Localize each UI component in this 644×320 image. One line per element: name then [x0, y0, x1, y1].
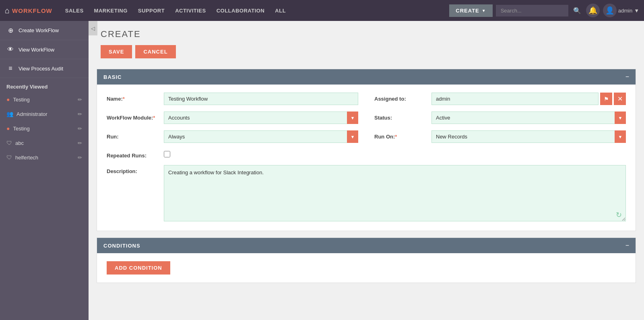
- run-on-label: Run On:*: [374, 130, 427, 140]
- recent-item-edit-testing2[interactable]: ✏: [78, 126, 82, 132]
- recent-item-testing2[interactable]: ● Testing ✏: [0, 121, 89, 136]
- menu-item-sales[interactable]: SALES: [60, 5, 89, 16]
- sidebar-label-view-process-audit: View Process Audit: [19, 66, 63, 72]
- basic-section-body: Name:* Assigned to: ⚑ ✕: [97, 85, 636, 231]
- menu-item-activities[interactable]: ACTIVITIES: [170, 5, 211, 16]
- save-button[interactable]: SAVE: [101, 45, 132, 58]
- status-select[interactable]: Active Inactive: [431, 111, 626, 124]
- name-row: Name:*: [107, 93, 358, 105]
- recent-item-icon-testing1: ●: [6, 96, 10, 103]
- assigned-to-input[interactable]: [431, 93, 599, 105]
- basic-section-collapse-button[interactable]: −: [625, 73, 629, 81]
- recent-item-icon-testing2: ●: [6, 125, 10, 132]
- search-button[interactable]: 🔍: [572, 5, 583, 16]
- name-input[interactable]: [164, 93, 358, 105]
- home-icon[interactable]: ⌂: [5, 6, 10, 15]
- recent-item-label-abc: abc: [15, 140, 24, 146]
- basic-section-header: BASIC −: [97, 69, 636, 85]
- menu-item-all[interactable]: ALL: [270, 5, 291, 16]
- empty-cell: [374, 149, 626, 159]
- run-on-row: Run On:* New Records All Records Existin…: [374, 130, 626, 143]
- sidebar-label-view-workflow: View WorkFlow: [19, 47, 54, 53]
- run-select[interactable]: Always Only On Save Always On Save: [164, 130, 358, 143]
- recent-item-helfertech[interactable]: 🛡 helfertech ✏: [0, 150, 89, 165]
- brand-name: WORKFLOW: [12, 7, 52, 14]
- name-label: Name:*: [107, 93, 159, 102]
- recent-item-icon-abc: 🛡: [6, 140, 12, 146]
- basic-section: BASIC − Name:* Assigned to:: [97, 69, 636, 231]
- add-condition-button[interactable]: ADD CONDITION: [107, 261, 170, 275]
- repeated-runs-label: Repeated Runs:: [107, 149, 159, 159]
- main-menu: SALES MARKETING SUPPORT ACTIVITIES COLLA…: [60, 5, 450, 16]
- repeated-runs-checkbox[interactable]: [164, 151, 170, 157]
- recent-item-testing1[interactable]: ● Testing ✏: [0, 92, 89, 107]
- page-title: CREATE: [101, 29, 632, 39]
- basic-form-grid: Name:* Assigned to: ⚑ ✕: [107, 93, 626, 223]
- recent-item-abc[interactable]: 🛡 abc ✏: [0, 136, 89, 150]
- conditions-section-body: ADD CONDITION: [97, 253, 636, 283]
- recent-item-label-testing2: Testing: [13, 126, 29, 132]
- recently-viewed-title: Recently Viewed: [0, 78, 89, 92]
- logo-area: ⌂ WORKFLOW: [5, 6, 52, 15]
- assigned-to-row: Assigned to: ⚑ ✕: [374, 93, 626, 105]
- notifications-button[interactable]: 🔔: [586, 4, 600, 17]
- user-menu[interactable]: 👤 admin ▼: [603, 4, 639, 17]
- menu-item-marketing[interactable]: MARKETING: [89, 5, 132, 16]
- cancel-button[interactable]: CANCEL: [135, 45, 175, 58]
- menu-item-collaboration[interactable]: COLLABORATION: [212, 5, 270, 16]
- description-textarea[interactable]: Creating a workflow for Slack Integratio…: [164, 165, 626, 221]
- recent-item-edit-abc[interactable]: ✏: [78, 140, 82, 146]
- workflow-module-select-wrapper: Accounts Contacts Leads ▼: [164, 111, 358, 124]
- recent-item-edit-helfertech[interactable]: ✏: [78, 155, 82, 161]
- workflow-module-label: WorkFlow Module:*: [107, 111, 159, 121]
- conditions-section: CONDITIONS − ADD CONDITION: [97, 237, 636, 283]
- workflow-module-row: WorkFlow Module:* Accounts Contacts Lead…: [107, 111, 358, 124]
- recent-item-label-testing1: Testing: [13, 97, 29, 103]
- user-caret-icon: ▼: [634, 8, 639, 14]
- sidebar-item-view-workflow[interactable]: 👁 View WorkFlow: [0, 40, 89, 59]
- recent-item-edit-testing1[interactable]: ✏: [78, 97, 82, 103]
- content-area: CREATE SAVE CANCEL BASIC − Name:*: [89, 21, 644, 320]
- menu-item-support[interactable]: SUPPORT: [133, 5, 169, 16]
- recent-item-icon-administrator: 👥: [6, 111, 13, 117]
- status-label: Status:: [374, 111, 427, 121]
- assigned-to-wrapper: ⚑ ✕: [431, 93, 626, 105]
- refresh-icon: ↻: [616, 211, 622, 219]
- create-caret-icon: ▼: [482, 8, 486, 13]
- recent-item-label-administrator: Administrator: [17, 111, 47, 117]
- recent-item-label-helfertech: helfertech: [15, 155, 38, 161]
- top-navigation: ⌂ WORKFLOW SALES MARKETING SUPPORT ACTIV…: [0, 0, 644, 21]
- status-select-wrapper: Active Inactive ▼: [431, 111, 626, 124]
- run-on-select-wrapper: New Records All Records Existing Records…: [431, 130, 626, 143]
- assigned-to-clear-button[interactable]: ✕: [614, 93, 626, 105]
- repeated-runs-row: Repeated Runs:: [107, 149, 358, 159]
- user-avatar-icon: 👤: [603, 4, 617, 17]
- run-on-select[interactable]: New Records All Records Existing Records: [431, 130, 626, 143]
- sidebar-collapse-button[interactable]: ◁: [89, 21, 97, 35]
- topnav-right: CREATE ▼ 🔍 🔔 👤 admin ▼: [449, 4, 639, 17]
- description-label: Description:: [107, 165, 159, 174]
- sidebar: ⊕ Create WorkFlow 👁 View WorkFlow ≡ View…: [0, 21, 89, 320]
- recent-item-administrator[interactable]: 👥 Administrator ✏: [0, 107, 89, 121]
- search-input[interactable]: [496, 5, 568, 17]
- workflow-module-select[interactable]: Accounts Contacts Leads: [164, 111, 358, 124]
- user-label: admin: [618, 8, 632, 14]
- description-row: Description: Creating a workflow for Sla…: [107, 165, 626, 223]
- create-button[interactable]: CREATE ▼: [449, 4, 492, 17]
- conditions-section-collapse-button[interactable]: −: [625, 242, 629, 249]
- view-process-audit-icon: ≡: [6, 65, 14, 72]
- run-select-wrapper: Always Only On Save Always On Save ▼: [164, 130, 358, 143]
- recent-item-edit-administrator[interactable]: ✏: [78, 111, 82, 117]
- run-label: Run:: [107, 130, 159, 140]
- assigned-to-flag-button[interactable]: ⚑: [600, 93, 612, 105]
- status-row: Status: Active Inactive ▼: [374, 111, 626, 124]
- sidebar-item-create-workflow[interactable]: ⊕ Create WorkFlow: [0, 21, 89, 40]
- page-header: CREATE SAVE CANCEL: [89, 21, 644, 69]
- run-row: Run: Always Only On Save Always On Save …: [107, 130, 358, 143]
- sidebar-item-view-process-audit[interactable]: ≡ View Process Audit: [0, 59, 89, 78]
- main-layout: ⊕ Create WorkFlow 👁 View WorkFlow ≡ View…: [0, 21, 644, 320]
- create-label: CREATE: [456, 8, 479, 14]
- view-workflow-icon: 👁: [6, 46, 14, 53]
- action-buttons: SAVE CANCEL: [101, 45, 632, 58]
- assigned-to-label: Assigned to:: [374, 93, 427, 102]
